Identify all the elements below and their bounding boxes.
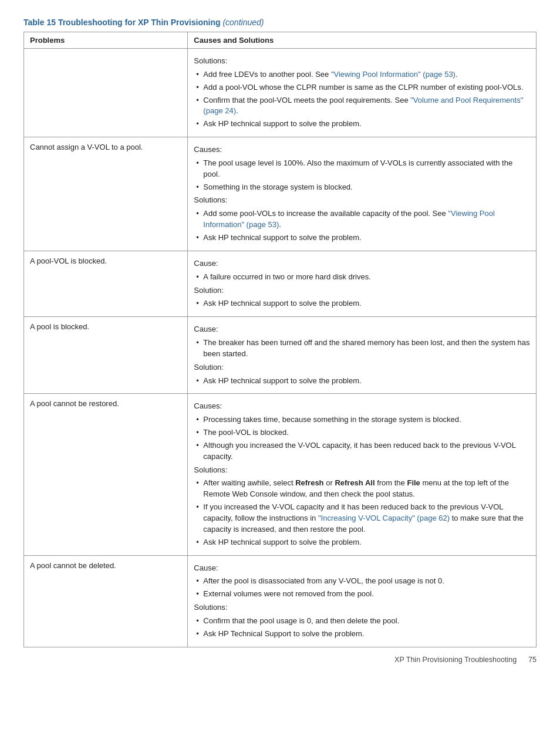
section-label: Causes: (194, 401, 530, 412)
list-item: After waiting awhile, select Refresh or … (194, 478, 530, 500)
bullet-list: A failure occurred in two or more hard d… (194, 272, 530, 283)
bullet-list: Add free LDEVs to another pool. See "Vie… (194, 69, 530, 130)
col-header-causes: Causes and Solutions (188, 32, 537, 49)
section-label: Solutions: (194, 602, 530, 613)
table-title: Table 15 Troubleshooting for XP Thin Pro… (23, 18, 537, 27)
section-label: Cause: (194, 324, 530, 335)
table-row: A pool cannot be restored.Causes:Process… (24, 394, 537, 555)
bullet-list: After the pool is disassociated from any… (194, 576, 530, 600)
table-row: Solutions:Add free LDEVs to another pool… (24, 49, 537, 137)
solution-cell: Causes:Processing takes time, because so… (188, 394, 537, 555)
inline-link[interactable]: "Viewing Pool Information" (page 53) (203, 209, 495, 229)
footer-page: 75 (528, 656, 537, 664)
list-item: If you increased the V-VOL capacity and … (194, 502, 530, 535)
table-row: A pool is blocked.Cause:The breaker has … (24, 317, 537, 394)
list-item: Ask HP technical support to solve the pr… (194, 376, 530, 387)
section-label: Solution: (194, 362, 530, 373)
list-item: Processing takes time, because something… (194, 414, 530, 426)
list-item: The pool usage level is 100%. Also the m… (194, 158, 530, 180)
table-title-main: Table 15 Troubleshooting for XP Thin Pro… (23, 18, 221, 27)
section-label: Causes: (194, 144, 530, 156)
list-item: Although you increased the V-VOL capacit… (194, 440, 530, 463)
list-item: Add free LDEVs to another pool. See "Vie… (194, 69, 530, 80)
table-row: A pool-VOL is blocked.Cause:A failure oc… (24, 251, 537, 316)
list-item: The breaker has been turned off and the … (194, 337, 530, 360)
list-item: Add some pool-VOLs to increase the avail… (194, 208, 530, 231)
section-label: Cause: (194, 563, 530, 574)
inline-link[interactable]: "Viewing Pool Information" (page 53) (331, 70, 456, 79)
list-item: Ask HP technical support to solve the pr… (194, 537, 530, 548)
problem-cell: A pool-VOL is blocked. (24, 251, 188, 316)
bullet-list: After waiting awhile, select Refresh or … (194, 478, 530, 548)
list-item: Ask HP technical support to solve the pr… (194, 232, 530, 244)
footer-label: XP Thin Provisioning Troubleshooting (394, 656, 517, 664)
troubleshooting-table: Problems Causes and Solutions Solutions:… (23, 32, 537, 647)
list-item: Confirm that the pool-VOL meets the pool… (194, 95, 530, 117)
list-item: Add a pool-VOL whose the CLPR number is … (194, 82, 530, 93)
solution-cell: Solutions:Add free LDEVs to another pool… (188, 49, 537, 137)
bullet-list: Confirm that the pool usage is 0, and th… (194, 616, 530, 640)
list-item: Confirm that the pool usage is 0, and th… (194, 616, 530, 627)
problem-cell: Cannot assign a V-VOL to a pool. (24, 137, 188, 251)
solution-cell: Causes:The pool usage level is 100%. Als… (188, 137, 537, 251)
problem-cell: A pool is blocked. (24, 317, 188, 394)
table-row: A pool cannot be deleted.Cause:After the… (24, 555, 537, 647)
table-header-row: Problems Causes and Solutions (24, 32, 537, 49)
solution-cell: Cause:A failure occurred in two or more … (188, 251, 537, 316)
list-item: External volumes were not removed from t… (194, 589, 530, 600)
bullet-list: Ask HP technical support to solve the pr… (194, 376, 530, 387)
list-item: Ask HP Technical Support to solve the pr… (194, 629, 530, 640)
problem-cell (24, 49, 188, 137)
inline-link[interactable]: "Volume and Pool Requirements" (page 24) (203, 96, 523, 116)
section-label: Solutions: (194, 465, 530, 476)
list-item: The pool-VOL is blocked. (194, 427, 530, 438)
bullet-list: The breaker has been turned off and the … (194, 337, 530, 360)
list-item: Ask HP technical support to solve the pr… (194, 119, 530, 130)
section-label: Solutions: (194, 56, 530, 67)
problem-cell: A pool cannot be restored. (24, 394, 188, 555)
section-label: Solutions: (194, 195, 530, 206)
bullet-list: Processing takes time, because something… (194, 414, 530, 462)
bullet-list: The pool usage level is 100%. Also the m… (194, 158, 530, 193)
bullet-list: Add some pool-VOLs to increase the avail… (194, 208, 530, 244)
list-item: After the pool is disassociated from any… (194, 576, 530, 587)
solution-cell: Cause:The breaker has been turned off an… (188, 317, 537, 394)
table-title-continued: (continued) (222, 18, 264, 27)
section-label: Solution: (194, 285, 530, 296)
table-row: Cannot assign a V-VOL to a pool.Causes:T… (24, 137, 537, 251)
col-header-problems: Problems (24, 32, 188, 49)
list-item: A failure occurred in two or more hard d… (194, 272, 530, 283)
section-label: Cause: (194, 258, 530, 269)
list-item: Ask HP technical support to solve the pr… (194, 298, 530, 309)
inline-link[interactable]: "Increasing V-VOL Capacity" (page 62) (318, 514, 450, 522)
bullet-list: Ask HP technical support to solve the pr… (194, 298, 530, 309)
page-footer: XP Thin Provisioning Troubleshooting 75 (23, 656, 537, 664)
solution-cell: Cause:After the pool is disassociated fr… (188, 555, 537, 647)
list-item: Something in the storage system is block… (194, 182, 530, 193)
problem-cell: A pool cannot be deleted. (24, 555, 188, 647)
page-container: Table 15 Troubleshooting for XP Thin Pro… (23, 18, 537, 664)
